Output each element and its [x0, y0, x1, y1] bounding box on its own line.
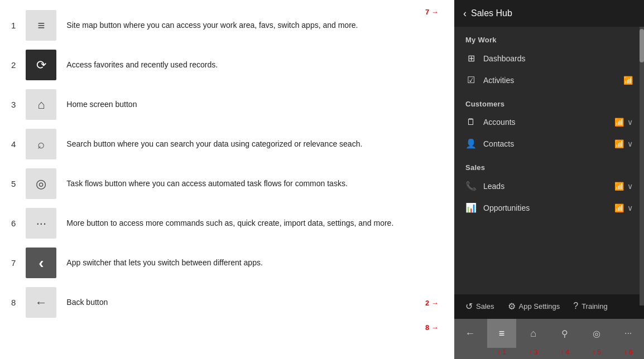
tab-training[interactable]: ? Training	[568, 298, 613, 316]
nav-bottom-bar: ↺ Sales ⚙ App Settings ? Training	[454, 294, 644, 319]
instruction-row-5: 5◎Task flows button where you can access…	[11, 164, 443, 203]
leads-right: 📶 ∨	[614, 182, 633, 191]
tab-settings-label: App Settings	[519, 302, 560, 311]
activities-right: 📶	[623, 76, 633, 85]
nav-item-dashboards[interactable]: ⊞ Dashboards	[454, 47, 644, 69]
icon-box-3[interactable]: ⌂	[26, 89, 56, 120]
instruction-row-4: 4⌕Search button where you can search you…	[11, 124, 443, 164]
activities-label: Activities	[483, 76, 617, 85]
icon-box-6[interactable]: ···	[26, 208, 56, 239]
section-sales: Sales	[454, 154, 644, 175]
activities-icon: ☑	[465, 75, 477, 85]
icon-box-4[interactable]: ⌕	[26, 129, 56, 159]
tab-app-settings[interactable]: ⚙ App Settings	[502, 298, 566, 316]
icon-num-6: ↑ 6	[614, 348, 643, 356]
tab-training-icon: ?	[573, 301, 578, 311]
instruction-row-8: 8←Back button	[11, 283, 443, 322]
nav-item-contacts[interactable]: 👤 Contacts 📶 ∨	[454, 133, 644, 154]
nav-icons-row: ← ≡ ⌂ ⚲ ◎ ···	[454, 319, 644, 348]
instruction-row-2: 2⟳Access favorites and recently used rec…	[11, 45, 443, 85]
instruction-text-5: Task flows button where you can access a…	[66, 178, 443, 190]
icon-num-4: ↑ 4	[550, 348, 579, 356]
home-button[interactable]: ⌂	[519, 319, 548, 348]
leads-wifi: 📶	[614, 182, 624, 191]
icon-numbers: ↑ 1 ↑ 3 ↑ 4 ↑ 5 ↑ 6	[454, 348, 644, 359]
tab-settings-icon: ⚙	[508, 301, 516, 312]
nav-item-leads[interactable]: 📞 Leads 📶 ∨	[454, 175, 644, 197]
annotation-8: 8 →	[425, 323, 439, 332]
instruction-text-6: More button to access more commands such…	[66, 218, 443, 229]
row-number-1: 1	[11, 21, 16, 30]
tab-sales[interactable]: ↺ Sales	[460, 298, 500, 316]
instructions-panel: 1≡Site map button where you can access y…	[0, 0, 454, 359]
opportunities-wifi: 📶	[614, 203, 624, 212]
contacts-icon: 👤	[465, 138, 477, 149]
icon-box-2[interactable]: ⟳	[26, 50, 56, 80]
icon-num-5: ↑ 5	[582, 348, 611, 356]
activities-wifi: 📶	[623, 76, 633, 85]
accounts-right: 📶 ∨	[614, 118, 633, 127]
row-number-5: 5	[11, 179, 16, 188]
opportunities-chevron: ∨	[627, 203, 633, 212]
leads-chevron: ∨	[627, 182, 633, 191]
row-number-6: 6	[11, 219, 16, 228]
contacts-right: 📶 ∨	[614, 139, 633, 148]
instruction-text-8: Back button	[66, 297, 443, 308]
search-button[interactable]: ⚲	[550, 319, 579, 348]
accounts-wifi: 📶	[614, 118, 624, 127]
tab-sales-icon: ↺	[465, 301, 473, 312]
row-number-8: 8	[11, 298, 16, 307]
annotation-7: 7 →	[425, 8, 439, 16]
row-number-4: 4	[11, 139, 16, 149]
instruction-text-2: Access favorites and recently used recor…	[66, 60, 443, 71]
icon-num-1: ↑ 1	[487, 348, 516, 356]
nav-content: My Work ⊞ Dashboards ☑ Activities 📶 Cust…	[454, 27, 644, 294]
row-number-7: 7	[11, 258, 16, 268]
tab-training-label: Training	[581, 302, 607, 311]
section-customers: Customers	[454, 91, 644, 111]
instruction-row-1: 1≡Site map button where you can access y…	[11, 6, 443, 45]
nav-back-icon[interactable]: ‹	[463, 8, 467, 20]
opportunities-icon: 📊	[465, 202, 477, 213]
instruction-text-4: Search button where you can search your …	[66, 139, 443, 150]
contacts-label: Contacts	[483, 139, 608, 148]
nav-title: Sales Hub	[471, 8, 512, 18]
taskflow-button[interactable]: ◎	[582, 319, 611, 348]
instruction-text-3: Home screen button	[66, 99, 443, 110]
instruction-row-3: 3⌂Home screen button	[11, 85, 443, 124]
icon-num-3: ↑ 3	[519, 348, 548, 356]
instruction-row-7: 7‹App switcher that lets you switch betw…	[11, 243, 443, 283]
instruction-text-1: Site map button where you can access you…	[66, 20, 443, 31]
leads-icon: 📞	[465, 181, 477, 191]
nav-item-activities[interactable]: ☑ Activities 📶	[454, 69, 644, 91]
row-number-3: 3	[11, 100, 16, 109]
more-button[interactable]: ···	[614, 319, 643, 348]
icon-box-8[interactable]: ←	[26, 287, 56, 318]
back-button[interactable]: ←	[455, 319, 484, 348]
accounts-icon: 🗒	[465, 117, 477, 127]
opportunities-label: Opportunities	[483, 203, 608, 212]
accounts-chevron: ∨	[627, 118, 633, 127]
nav-header: ‹ Sales Hub	[454, 0, 644, 27]
leads-label: Leads	[483, 182, 608, 191]
tab-sales-label: Sales	[476, 302, 494, 311]
nav-item-opportunities[interactable]: 📊 Opportunities 📶 ∨	[454, 197, 644, 219]
icon-box-1[interactable]: ≡	[26, 10, 56, 41]
accounts-label: Accounts	[483, 118, 608, 127]
dashboards-label: Dashboards	[483, 54, 633, 63]
opportunities-right: 📶 ∨	[614, 203, 633, 212]
instruction-text-7: App switcher that lets you switch betwee…	[66, 258, 443, 269]
contacts-wifi: 📶	[614, 139, 624, 148]
section-my-work: My Work	[454, 27, 644, 47]
contacts-chevron: ∨	[627, 139, 633, 148]
row-number-2: 2	[11, 60, 16, 70]
icon-box-5[interactable]: ◎	[26, 168, 56, 199]
icon-box-7[interactable]: ‹	[26, 248, 56, 278]
nav-item-accounts[interactable]: 🗒 Accounts 📶 ∨	[454, 111, 644, 133]
annotation-2: 2 →	[425, 299, 439, 307]
dashboards-icon: ⊞	[465, 53, 477, 64]
nav-drawer: 7 → ‹ Sales Hub My Work ⊞ Dashboards ☑ A…	[454, 0, 644, 359]
sitemap-button[interactable]: ≡	[487, 319, 516, 348]
instruction-row-6: 6···More button to access more commands …	[11, 203, 443, 243]
